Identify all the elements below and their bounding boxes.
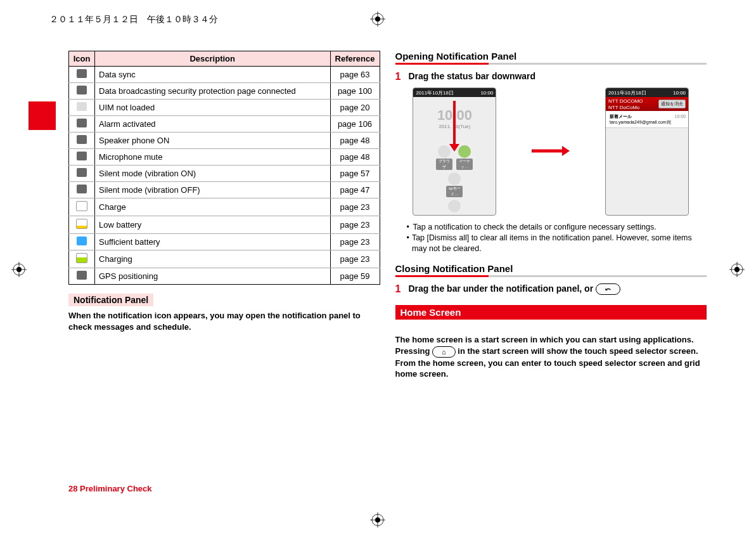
step-text-drag-down: Drag the status bar downward <box>408 71 707 81</box>
left-column: Icon Description Reference Data syncpage… <box>68 51 380 501</box>
home-button-icon: ⌂ <box>432 346 456 358</box>
page-footer: 28 Preliminary Check <box>68 484 152 493</box>
silent-vibration-off-icon <box>77 185 87 193</box>
crop-mark-right <box>729 262 745 277</box>
bullet-dot-icon: • <box>407 222 413 233</box>
header-timestamp: ２０１１年５月１２日 午後１０時３４分 <box>49 14 218 25</box>
dismiss-all-button[interactable]: 通知を消去 <box>658 100 686 108</box>
phone2-status-date: 2011年10月18日 <box>608 89 646 96</box>
row-desc: Data sync <box>95 67 331 83</box>
row-desc: Charge <box>95 198 331 216</box>
row-ref: page 20 <box>330 100 380 116</box>
row-desc: Charging <box>95 250 331 268</box>
svg-marker-19 <box>562 146 570 156</box>
table-row: Sufficient batterypage 23 <box>69 234 380 250</box>
row-ref: page 48 <box>330 133 380 149</box>
row-ref: page 100 <box>330 83 380 100</box>
gps-icon <box>77 271 87 280</box>
notification-panel-intro: When the notification icon appears, you … <box>68 310 380 332</box>
row-ref: page 47 <box>330 182 380 198</box>
closing-heading: Closing Notification Panel <box>395 263 707 277</box>
table-row: Alarm activatedpage 106 <box>69 116 380 133</box>
back-button-icon: ⤺ <box>596 283 620 295</box>
bullet-dismiss-all: Tap [Dismiss all] to clear all items in … <box>412 233 707 254</box>
page-edge-tab <box>29 101 56 130</box>
table-row: Silent mode (vibration OFF)page 47 <box>69 182 380 198</box>
right-column: Opening Notification Panel 1 Drag the st… <box>395 51 707 501</box>
home-screen-body: The home screen is a start screen in whi… <box>395 323 707 380</box>
step-number-1b: 1 <box>395 283 401 295</box>
row-ref: page 106 <box>330 116 380 133</box>
table-row: Data broadcasting security protection pa… <box>69 83 380 100</box>
crop-mark-left <box>11 262 27 277</box>
carrier-brand-2: NTT DoCoMo <box>608 105 639 110</box>
table-row: Microphone mutepage 48 <box>69 149 380 166</box>
closing-step-text: Drag the bar under the notification pane… <box>408 283 596 294</box>
row-ref: page 23 <box>330 250 380 268</box>
row-desc: Silent mode (vibration OFF) <box>95 182 331 198</box>
charging-icon <box>76 253 87 263</box>
table-row: UIM not loadedpage 20 <box>69 100 380 116</box>
data-sync-icon <box>77 69 87 78</box>
phone-status-time: 10:00 <box>480 90 493 96</box>
speaker-phone-icon <box>77 135 87 144</box>
row-ref: page 23 <box>330 234 380 250</box>
row-desc: GPS positioning <box>95 268 331 285</box>
table-row: Silent mode (vibration ON)page 57 <box>69 166 380 182</box>
notif-item-time: 10:00 <box>675 114 686 119</box>
table-row: Data syncpage 63 <box>69 67 380 83</box>
app-spmode-label: spモード… <box>446 186 463 197</box>
notif-item-mail[interactable]: 新着メール taro.yamada249@gmail.com宛 10:00 <box>606 111 688 128</box>
table-row: Chargingpage 23 <box>69 250 380 268</box>
row-ref: page 63 <box>330 67 380 83</box>
phone-mock-home: 2011年10月18日10:00 10 00 2011. 18(Tue) ブラウ… <box>413 88 496 216</box>
app-browser-label: ブラウザ <box>436 159 452 170</box>
silent-vibration-on-icon <box>77 168 87 177</box>
row-ref: page 23 <box>330 216 380 234</box>
notif-item-sub: taro.yamada249@gmail.com宛 <box>610 119 684 125</box>
alarm-icon <box>77 119 87 127</box>
uim-not-loaded-icon <box>77 102 87 111</box>
notification-panel-subheading: Notification Panel <box>68 294 153 306</box>
carrier-brand-1: NTT DOCOMO <box>608 98 643 104</box>
notif-item-title: 新着メール <box>610 114 684 119</box>
row-desc: Silent mode (vibration ON) <box>95 166 331 182</box>
page-section-name: Preliminary Check <box>77 484 151 493</box>
bullet-tap-notification: Tap a notification to check the details … <box>413 222 657 233</box>
table-row: Chargepage 23 <box>69 198 380 216</box>
sufficient-battery-icon <box>77 237 87 245</box>
row-ref: page 48 <box>330 149 380 166</box>
row-ref: page 59 <box>330 268 380 285</box>
opening-heading: Opening Notification Panel <box>395 51 707 65</box>
table-row: Speaker phone ONpage 48 <box>69 133 380 149</box>
transition-arrow-icon <box>532 145 570 159</box>
data-broadcast-icon <box>77 86 87 94</box>
home-screen-heading: Home Screen <box>395 305 707 320</box>
row-ref: page 23 <box>330 198 380 216</box>
table-row: Low batterypage 23 <box>69 216 380 234</box>
phone-status-date: 2011年10月18日 <box>416 89 454 96</box>
phone-mock-notification: 2011年10月18日10:00 NTT DOCOMONTT DoCoMo 進行… <box>605 88 689 216</box>
row-desc: Data broadcasting security protection pa… <box>95 83 331 100</box>
th-icon: Icon <box>69 51 95 67</box>
step-number-1: 1 <box>395 71 401 82</box>
row-desc: UIM not loaded <box>95 100 331 116</box>
row-desc: Low battery <box>95 216 331 234</box>
row-desc: Microphone mute <box>95 149 331 166</box>
th-reference: Reference <box>330 51 380 67</box>
row-ref: page 57 <box>330 166 380 182</box>
crop-mark-top <box>370 11 385 27</box>
charge-icon <box>76 201 87 211</box>
th-description: Description <box>95 51 331 67</box>
app-market-label: マーケッ… <box>456 159 473 170</box>
page-number: 28 <box>68 484 77 493</box>
microphone-mute-icon <box>77 152 87 160</box>
bullet-dot-icon: • <box>407 233 412 254</box>
table-row: GPS positioningpage 59 <box>69 268 380 285</box>
icon-reference-table: Icon Description Reference Data syncpage… <box>68 51 380 285</box>
row-desc: Speaker phone ON <box>95 133 331 149</box>
phone2-status-time: 10:00 <box>673 90 686 96</box>
row-desc: Alarm activated <box>95 116 331 133</box>
low-battery-icon <box>76 219 87 229</box>
row-desc: Sufficient battery <box>95 234 331 250</box>
